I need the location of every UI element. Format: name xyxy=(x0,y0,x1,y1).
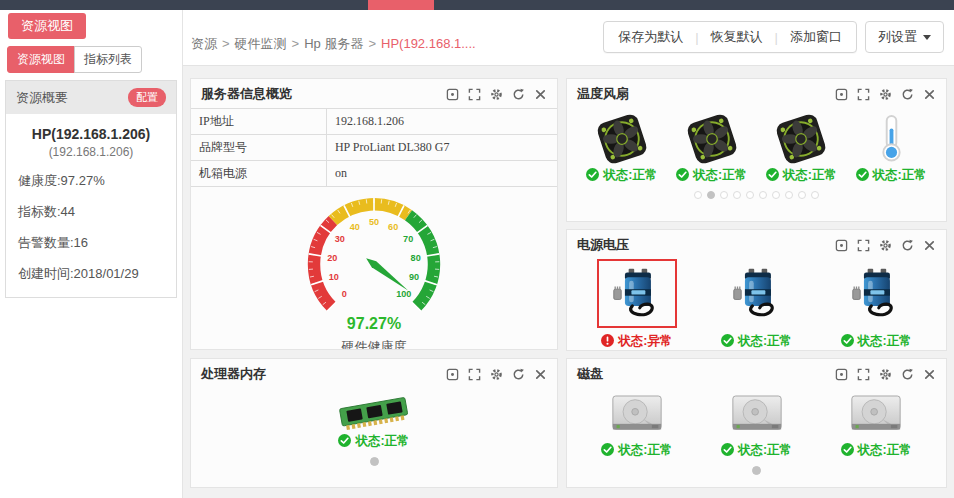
table-row: 机箱电源 on xyxy=(191,161,557,187)
battery-icon xyxy=(731,266,783,318)
check-circle-icon xyxy=(586,168,599,184)
hardware-item: 状态:正常 xyxy=(816,259,936,350)
device-alias: (192.168.1.206) xyxy=(18,145,164,159)
panel-power-voltage: 电源电压 xyxy=(566,229,947,351)
status-badge: 状态:正常 xyxy=(601,442,672,459)
save-default-button[interactable]: 保存为默认 xyxy=(606,28,695,46)
status-badge: 状态:正常 xyxy=(721,333,792,350)
breadcrumb-resource[interactable]: 资源 xyxy=(191,36,217,51)
fullscreen-icon[interactable] xyxy=(468,368,481,381)
status-badge: 状态:异常 xyxy=(601,333,672,350)
column-settings-label: 列设置 xyxy=(878,28,917,46)
pagination-dot[interactable] xyxy=(811,191,819,199)
close-icon[interactable] xyxy=(534,368,547,381)
pagination-dot[interactable] xyxy=(798,191,806,199)
stat-metric-count: 指标数:44 xyxy=(18,203,164,221)
gauge-caption: 硬件健康度 xyxy=(191,338,557,350)
close-icon[interactable] xyxy=(923,368,936,381)
fan-icon xyxy=(599,116,645,162)
active-tab-indicator xyxy=(368,0,434,10)
settings-icon[interactable] xyxy=(490,88,503,101)
svg-text:20: 20 xyxy=(327,253,337,263)
svg-text:60: 60 xyxy=(388,222,398,232)
settings-icon[interactable] xyxy=(879,239,892,252)
breadcrumb-hp-server[interactable]: Hp 服务器 xyxy=(304,36,363,51)
tab-resource-view[interactable]: 资源视图 xyxy=(7,46,75,73)
refresh-icon[interactable] xyxy=(901,368,914,381)
close-icon[interactable] xyxy=(534,88,547,101)
pagination-dots[interactable] xyxy=(191,457,557,466)
pagination-dot[interactable] xyxy=(720,191,728,199)
panel-temperature-fans: 温度风扇 状态:正常 xyxy=(566,78,947,222)
status-badge: 状态:正常 xyxy=(721,442,792,459)
config-button[interactable]: 配置 xyxy=(128,88,166,107)
refresh-icon[interactable] xyxy=(512,368,525,381)
server-info-table: IP地址 192.168.1.206 品牌型号 HP ProLiant DL38… xyxy=(191,108,557,187)
minimize-icon[interactable] xyxy=(446,368,459,381)
settings-icon[interactable] xyxy=(879,88,892,101)
hardware-item: 状态:正常 xyxy=(667,116,757,184)
resource-overview-header: 资源概要 配置 xyxy=(6,81,176,114)
check-circle-icon xyxy=(856,168,869,184)
fullscreen-icon[interactable] xyxy=(857,88,870,101)
close-icon[interactable] xyxy=(923,239,936,252)
row-value: on xyxy=(326,161,557,187)
svg-text:70: 70 xyxy=(403,234,413,244)
svg-text:0: 0 xyxy=(342,289,347,299)
svg-text:50: 50 xyxy=(369,217,379,227)
health-gauge: 0102030405060708090100 97.27% 硬件健康度 xyxy=(191,188,557,350)
tab-metric-list[interactable]: 指标列表 xyxy=(74,46,142,73)
breadcrumb-hardware-monitor[interactable]: 硬件监测 xyxy=(235,36,287,51)
row-label: 品牌型号 xyxy=(191,135,326,161)
hardware-item: 状态:正常 xyxy=(757,116,847,184)
refresh-icon[interactable] xyxy=(901,88,914,101)
pagination-dot[interactable] xyxy=(785,191,793,199)
panel-server-info: 服务器信息概览 IP地址 192.168.1.206 品牌型号 xyxy=(190,78,558,350)
refresh-icon[interactable] xyxy=(512,88,525,101)
pagination-dots[interactable] xyxy=(567,466,946,475)
hardware-item-selected[interactable]: 状态:异常 xyxy=(577,259,697,350)
pagination-dot[interactable] xyxy=(772,191,780,199)
restore-default-button[interactable]: 恢复默认 xyxy=(699,28,775,46)
fullscreen-icon[interactable] xyxy=(857,368,870,381)
sidebar: 资源视图 资源视图 指标列表 资源概要 配置 HP(192.168.1.206)… xyxy=(0,10,183,498)
resource-view-badge[interactable]: 资源视图 xyxy=(8,13,86,39)
settings-icon[interactable] xyxy=(490,368,503,381)
svg-text:90: 90 xyxy=(409,272,419,282)
pagination-dots[interactable] xyxy=(567,191,946,199)
disk-icon xyxy=(731,394,783,437)
pagination-dot[interactable] xyxy=(707,191,715,199)
status-badge: 状态:正常 xyxy=(586,167,657,184)
fullscreen-icon[interactable] xyxy=(857,239,870,252)
alarm-highlight-box xyxy=(597,259,677,328)
minimize-icon[interactable] xyxy=(835,368,848,381)
minimize-icon[interactable] xyxy=(446,88,459,101)
hardware-item: 状态:正常 xyxy=(697,394,817,459)
minimize-icon[interactable] xyxy=(835,239,848,252)
pagination-dot[interactable] xyxy=(752,466,761,475)
panel-title: 服务器信息概览 xyxy=(201,85,292,103)
close-icon[interactable] xyxy=(923,88,936,101)
pagination-dot[interactable] xyxy=(694,191,702,199)
table-row: IP地址 192.168.1.206 xyxy=(191,109,557,135)
stat-created-time: 创建时间:2018/01/29 xyxy=(18,265,164,283)
pagination-dot[interactable] xyxy=(370,457,379,466)
pagination-dot[interactable] xyxy=(733,191,741,199)
check-circle-icon xyxy=(601,443,614,459)
add-window-button[interactable]: 添加窗口 xyxy=(778,28,854,46)
status-badge: 状态:正常 xyxy=(766,167,837,184)
refresh-icon[interactable] xyxy=(901,239,914,252)
breadcrumb-separator: > xyxy=(368,36,376,51)
status-badge: 状态:正常 xyxy=(841,333,912,350)
column-settings-button[interactable]: 列设置 xyxy=(865,21,944,53)
settings-icon[interactable] xyxy=(879,368,892,381)
row-label: 机箱电源 xyxy=(191,161,326,187)
main-area: 资源>硬件监测>Hp 服务器>HP(192.168.1.... 保存为默认 | … xyxy=(183,10,954,498)
minimize-icon[interactable] xyxy=(835,88,848,101)
pagination-dot[interactable] xyxy=(746,191,754,199)
layout-button-group: 保存为默认 | 恢复默认 | 添加窗口 xyxy=(603,21,857,53)
check-circle-icon xyxy=(841,334,854,350)
pagination-dot[interactable] xyxy=(759,191,767,199)
fullscreen-icon[interactable] xyxy=(468,88,481,101)
disk-icon xyxy=(611,394,663,437)
